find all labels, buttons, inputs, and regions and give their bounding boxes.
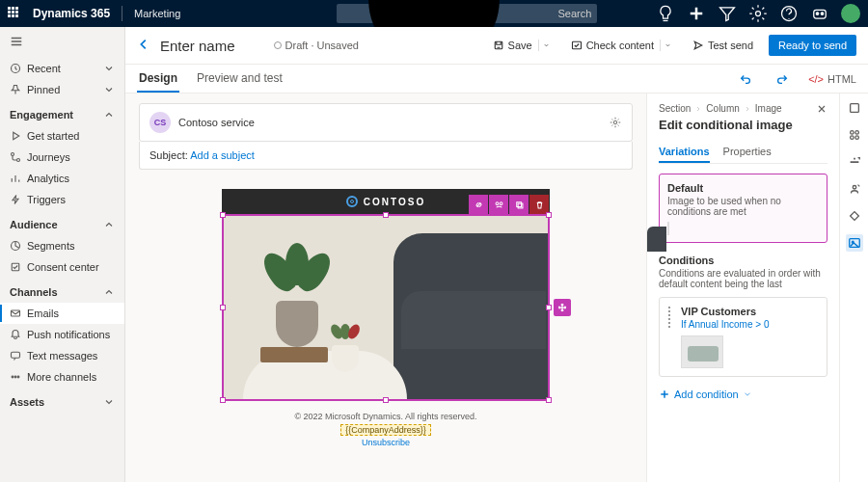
- help-icon[interactable]: [779, 4, 799, 23]
- condition-title: VIP Customers: [681, 306, 819, 317]
- nav-push[interactable]: Push notifications: [0, 324, 124, 345]
- nav-collapse-button[interactable]: [0, 27, 124, 58]
- nav-text[interactable]: Text messages: [0, 345, 124, 366]
- add-icon[interactable]: [687, 4, 706, 23]
- nav-consent[interactable]: Consent center: [0, 256, 124, 278]
- toolbar-duplicate-button[interactable]: [509, 195, 529, 214]
- lightbulb-icon[interactable]: [656, 4, 675, 23]
- nav-analytics[interactable]: Analytics: [0, 168, 124, 189]
- email-footer: © 2022 Microsoft Dynamics. All rights re…: [222, 411, 550, 450]
- gear-icon[interactable]: [609, 116, 622, 129]
- drag-handle-icon[interactable]: [667, 306, 673, 319]
- page-title[interactable]: Enter name: [160, 38, 235, 54]
- resize-handle[interactable]: [220, 305, 226, 310]
- html-view-button[interactable]: </>HTML: [808, 73, 856, 85]
- default-variation-card[interactable]: Default Image to be used when no conditi…: [659, 174, 827, 243]
- address-token[interactable]: {{CompanyAddress}}: [340, 424, 431, 436]
- test-send-button[interactable]: Test send: [687, 37, 759, 54]
- nav-section-channels[interactable]: Channels: [0, 281, 124, 303]
- toolbar-delete-button[interactable]: [529, 195, 549, 214]
- rail-image-icon[interactable]: [846, 234, 863, 252]
- tab-variations[interactable]: Variations: [659, 142, 710, 163]
- svg-rect-11: [12, 310, 20, 316]
- panel-tabs: Variations Properties: [659, 142, 827, 164]
- toolbar-link-button[interactable]: [469, 195, 488, 214]
- nav-recent[interactable]: Recent: [0, 58, 124, 79]
- app-launcher-icon[interactable]: [8, 7, 21, 20]
- tab-preview[interactable]: Preview and test: [195, 66, 285, 93]
- selected-image-block[interactable]: Image: [222, 214, 550, 401]
- resize-handle[interactable]: [546, 305, 552, 310]
- rail-brand-icon[interactable]: [846, 207, 863, 225]
- chevron-right-icon: [694, 105, 702, 113]
- svg-point-13: [12, 376, 14, 378]
- block-toolbar: [469, 195, 549, 214]
- variation-thumbnail[interactable]: [667, 222, 669, 235]
- chevron-down-icon: [103, 84, 115, 95]
- resize-handle[interactable]: [383, 212, 389, 218]
- rail-elements-icon[interactable]: [846, 99, 863, 117]
- subject-row[interactable]: Subject: Add a subject: [139, 142, 633, 170]
- chevron-down-icon[interactable]: [538, 40, 550, 51]
- nav-section-engagement[interactable]: Engagement: [0, 104, 124, 125]
- nav-segments[interactable]: Segments: [0, 235, 124, 256]
- back-button[interactable]: [137, 38, 150, 54]
- svg-point-30: [853, 186, 856, 190]
- svg-point-4: [816, 13, 819, 15]
- email-canvas: CONTOSO Image: [222, 189, 550, 450]
- chevron-up-icon: [103, 286, 115, 298]
- svg-rect-25: [850, 104, 858, 113]
- resize-handle[interactable]: [220, 397, 226, 403]
- image-placeholder[interactable]: [224, 216, 548, 399]
- svg-point-28: [850, 136, 854, 140]
- nav-section-audience[interactable]: Audience: [0, 214, 124, 235]
- variation-thumbnail[interactable]: [681, 335, 723, 368]
- card-title: Default: [667, 182, 819, 194]
- svg-point-21: [496, 201, 499, 204]
- assistant-icon[interactable]: [810, 4, 829, 23]
- toolbar-ai-button[interactable]: [489, 195, 508, 214]
- settings-icon[interactable]: [748, 4, 768, 23]
- nav-pinned[interactable]: Pinned: [0, 79, 124, 100]
- chevron-up-icon: [103, 219, 115, 230]
- svg-point-27: [854, 131, 858, 135]
- subject-link[interactable]: Add a subject: [190, 149, 255, 161]
- rail-sections-icon[interactable]: [846, 126, 863, 144]
- svg-rect-3: [814, 10, 827, 18]
- move-handle[interactable]: [554, 299, 571, 316]
- ready-to-send-button[interactable]: Ready to send: [769, 35, 856, 56]
- user-avatar[interactable]: [841, 4, 860, 23]
- nav-section-assets[interactable]: Assets: [0, 391, 124, 413]
- tab-design[interactable]: Design: [137, 66, 179, 93]
- breadcrumb[interactable]: Section Column Image: [659, 103, 816, 114]
- nav-triggers[interactable]: Triggers: [0, 189, 124, 210]
- condition-expr[interactable]: If Annual Income > 0: [681, 319, 819, 330]
- nav-journeys[interactable]: Journeys: [0, 147, 124, 168]
- sender-row[interactable]: CS Contoso service: [139, 103, 633, 142]
- tab-properties[interactable]: Properties: [723, 142, 772, 163]
- resize-handle[interactable]: [383, 397, 389, 403]
- resize-handle[interactable]: [546, 212, 552, 218]
- check-content-button[interactable]: Check content: [565, 37, 677, 54]
- filter-icon[interactable]: [718, 4, 737, 23]
- save-button[interactable]: Save: [487, 37, 556, 54]
- condition-card[interactable]: VIP Customers If Annual Income > 0: [659, 297, 827, 377]
- resize-handle[interactable]: [546, 397, 552, 403]
- rail-personalize-icon[interactable]: [846, 180, 863, 198]
- resize-handle[interactable]: [220, 212, 226, 218]
- redo-button[interactable]: [772, 68, 793, 90]
- contoso-logo-icon: [346, 196, 358, 207]
- close-icon[interactable]: [816, 103, 827, 115]
- nav-get-started[interactable]: Get started: [0, 125, 124, 147]
- chevron-down-icon: [743, 389, 752, 399]
- add-condition-button[interactable]: Add condition: [659, 388, 827, 400]
- undo-button[interactable]: [735, 68, 756, 90]
- global-search-input[interactable]: Search: [337, 4, 597, 23]
- nav-emails[interactable]: Emails: [0, 303, 124, 324]
- unsubscribe-link[interactable]: Unsubscribe: [362, 438, 410, 447]
- rail-add-icon[interactable]: [846, 153, 863, 171]
- record-status: Draft · Unsaved: [274, 40, 359, 51]
- module-name: Marketing: [134, 8, 180, 19]
- chevron-down-icon[interactable]: [660, 40, 671, 51]
- nav-more-channels[interactable]: More channels: [0, 366, 124, 388]
